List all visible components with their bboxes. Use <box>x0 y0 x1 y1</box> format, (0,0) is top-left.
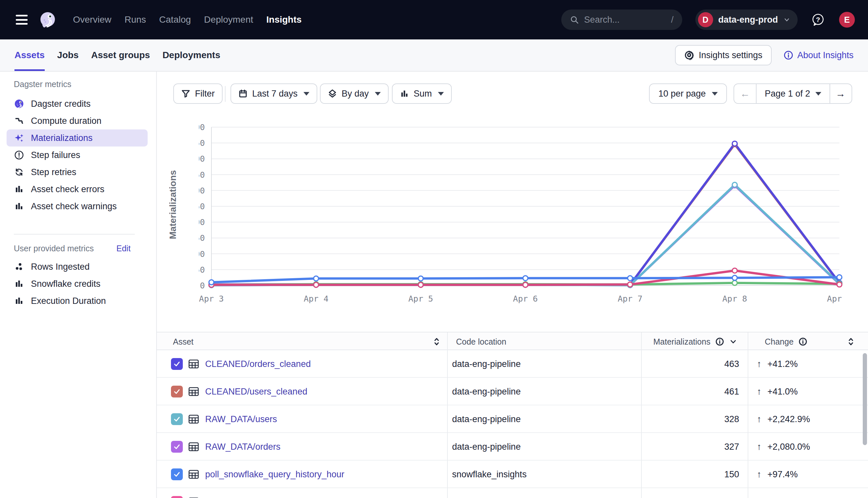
sidebar-item-asset-check-errors[interactable]: Asset check errors <box>7 181 148 198</box>
svg-text:300: 300 <box>199 186 205 195</box>
next-page-button[interactable]: → <box>830 84 851 103</box>
refresh-icon <box>14 167 24 178</box>
asset-link[interactable]: RAW_DATA/users <box>205 405 277 433</box>
materializations-cell: 463 <box>641 350 739 378</box>
asset-link[interactable]: CLEANED/orders_cleaned <box>205 350 311 378</box>
column-divider <box>748 461 748 488</box>
caret-down-icon <box>375 92 381 95</box>
column-divider <box>641 350 642 378</box>
sidebar-item-execution-duration[interactable]: Execution Duration <box>7 292 148 310</box>
nav-overview[interactable]: Overview <box>73 14 112 25</box>
asset-link[interactable]: CLEANED/users_cleaned <box>205 378 307 405</box>
page-indicator-dropdown[interactable]: Page 1 of 2 <box>756 84 830 103</box>
per-page-dropdown[interactable]: 10 per page <box>649 83 727 104</box>
dagster-logo-icon[interactable] <box>39 11 56 29</box>
workspace-switcher[interactable]: D data-eng-prod <box>695 10 798 30</box>
tab-deployments[interactable]: Deployments <box>163 39 220 71</box>
column-divider <box>641 461 642 488</box>
materializations-cell: 327 <box>641 433 739 461</box>
vertical-scrollbar[interactable] <box>863 353 867 445</box>
sidebar-item-asset-check-warnings[interactable]: Asset check warnings <box>7 198 148 215</box>
sidebar-item-label: Step failures <box>31 150 80 160</box>
sidebar-item-label: Asset check warnings <box>31 201 117 212</box>
gear-icon <box>684 50 694 60</box>
column-header-asset[interactable]: Asset <box>173 332 194 351</box>
sidebar-item-step-failures[interactable]: Step failures <box>7 146 148 163</box>
metrics-sidebar: Dagster metrics Dagster credits Compute … <box>0 71 157 498</box>
row-checkbox[interactable] <box>171 496 183 498</box>
sidebar-item-snowflake-credits[interactable]: Snowflake credits <box>7 275 148 292</box>
bar-chart-icon <box>14 296 24 306</box>
edit-metrics-link[interactable]: Edit <box>116 244 130 253</box>
info-icon[interactable] <box>715 337 724 346</box>
bar-chart-icon <box>14 278 24 289</box>
sidebar-item-step-retries[interactable]: Step retries <box>7 163 148 181</box>
materializations-cell: 150 <box>641 461 739 488</box>
column-label: Code location <box>456 337 506 346</box>
info-icon[interactable] <box>798 337 807 346</box>
asset-link[interactable]: RAW_DATA/orders <box>205 433 280 461</box>
column-divider <box>447 461 448 488</box>
column-header-change[interactable]: Change <box>765 332 807 351</box>
table-row: poll_snowflake_query_history_hour snowfl… <box>157 461 868 488</box>
sort-icon[interactable] <box>432 337 442 346</box>
column-divider <box>748 433 748 461</box>
svg-text:500: 500 <box>199 122 205 132</box>
change-cell: ↑+2,080.0% <box>757 433 810 461</box>
tab-jobs[interactable]: Jobs <box>57 39 79 71</box>
asset-link[interactable]: CLEANED/… <box>205 488 258 498</box>
materializations-cell: 328 <box>641 405 739 433</box>
sidebar-item-materializations[interactable]: Materializations <box>7 129 148 146</box>
insights-settings-button[interactable]: Insights settings <box>675 45 772 65</box>
sidebar-item-label: Execution Duration <box>31 296 106 306</box>
change-cell: ↑+41.0% <box>757 378 797 405</box>
chevron-down-icon[interactable] <box>729 337 738 346</box>
group-by-dropdown[interactable]: By day <box>320 83 388 104</box>
materializations-line-chart[interactable]: 050100150200250300350400450500Apr 3Apr 4… <box>199 121 843 305</box>
date-range-dropdown[interactable]: Last 7 days <box>230 83 317 104</box>
row-checkbox[interactable] <box>171 386 183 397</box>
column-divider <box>447 433 448 461</box>
tab-asset-groups[interactable]: Asset groups <box>91 39 150 71</box>
user-avatar[interactable]: E <box>839 12 855 28</box>
sort-icon[interactable] <box>846 337 856 346</box>
table-icon <box>188 386 199 397</box>
change-value: +2,080.0% <box>767 442 810 452</box>
sidebar-item-rows-ingested[interactable]: Rows Ingested <box>7 258 148 275</box>
about-insights-link[interactable]: About Insights <box>783 50 854 61</box>
change-value: +41.0% <box>767 386 797 397</box>
tab-assets[interactable]: Assets <box>14 39 45 71</box>
nav-insights[interactable]: Insights <box>266 14 302 25</box>
aggregate-dropdown[interactable]: Sum <box>392 83 452 104</box>
sidebar-item-compute-duration[interactable]: Compute duration <box>7 112 148 129</box>
column-header-code-location[interactable]: Code location <box>456 332 506 351</box>
column-label: Asset <box>173 337 194 346</box>
nav-runs[interactable]: Runs <box>125 14 146 25</box>
caret-down-icon <box>304 92 309 95</box>
row-checkbox[interactable] <box>171 358 183 370</box>
help-icon[interactable]: ? <box>811 12 825 27</box>
column-divider <box>641 405 642 433</box>
sidebar-item-label: Asset check errors <box>31 184 104 195</box>
column-divider <box>748 488 748 498</box>
asset-link[interactable]: poll_snowflake_query_history_hour <box>205 461 344 488</box>
sidebar-item-dagster-credits[interactable]: Dagster credits <box>7 95 148 112</box>
column-label: Change <box>765 337 794 346</box>
dots-cluster-icon <box>14 261 24 272</box>
sidebar-item-label: Step retries <box>31 167 76 178</box>
filter-button[interactable]: Filter <box>173 83 222 104</box>
search-input[interactable]: Search... / <box>561 10 682 30</box>
previous-page-button[interactable]: ← <box>734 84 756 103</box>
insights-screen: Overview Runs Catalog Deployment Insight… <box>0 0 868 498</box>
column-divider <box>447 488 448 498</box>
change-cell: ↑+2,242.9% <box>757 405 810 433</box>
nav-deployment[interactable]: Deployment <box>204 14 253 25</box>
row-checkbox[interactable] <box>171 469 183 480</box>
filter-label: Filter <box>195 89 215 99</box>
column-header-materializations[interactable]: Materializations <box>653 332 738 351</box>
workspace-badge: D <box>698 12 713 27</box>
row-checkbox[interactable] <box>171 413 183 425</box>
row-checkbox[interactable] <box>171 441 183 453</box>
menu-icon[interactable] <box>16 15 28 25</box>
nav-catalog[interactable]: Catalog <box>159 14 191 25</box>
